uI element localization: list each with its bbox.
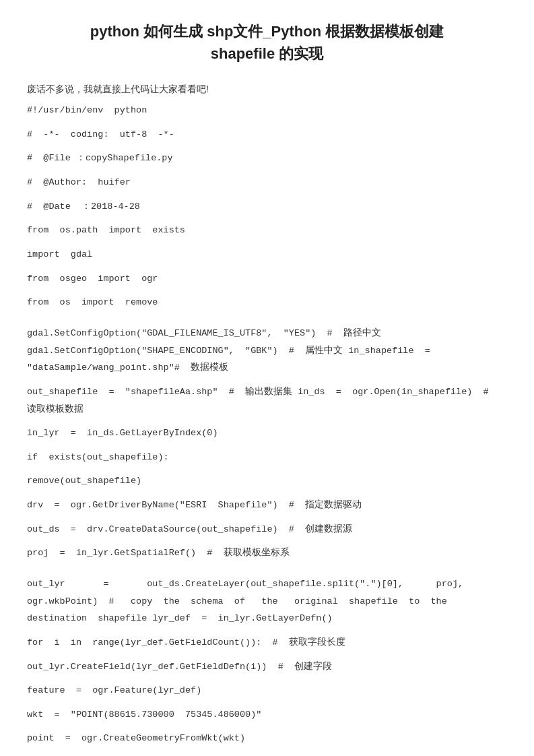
code-blank-line [27,239,507,246]
code-blank-line [27,191,507,198]
code-blank-line [27,699,507,706]
code-blank-line [27,318,507,325]
code-line: # @Date ：2018-4-28 [27,198,507,216]
code-blank-line [27,627,507,634]
code-line: out_lyr.CreateField(lyr_def.GetFieldDefn… [27,658,507,676]
code-line: out_shapefile = "shapefileAa.shp" # 输出数据… [27,383,507,418]
code-line: if exists(out_shapefile): [27,449,507,466]
code-blank-line [27,562,507,569]
code-blank-line [27,538,507,544]
code-blank-line [27,418,507,424]
code-line: # @Author: huifer [27,174,507,191]
page-title: python 如何生成 shp文件_Python 根据数据模板创建 shapef… [27,20,507,65]
code-blank-line [27,311,507,318]
code-line: for i in range(lyr_def.GetFieldCount()):… [27,634,507,652]
code-blank-line [27,490,507,497]
code-blank-line [27,377,507,383]
code-line: # @File ：copyShapefile.py [27,150,507,167]
code-line: drv = ogr.GetDriverByName("ESRI Shapefil… [27,497,507,514]
code-blank-line [27,723,507,730]
code-line: point = ogr.CreateGeometryFromWkt(wkt) [27,730,507,747]
page-container: python 如何生成 shp文件_Python 根据数据模板创建 shapef… [27,20,507,756]
code-line: import gdal [27,246,507,263]
code-blank-line [27,215,507,222]
code-line: from os.path import exists [27,222,507,239]
code-blank-line [27,569,507,575]
code-line: #!/usr/bin/env python [27,102,507,119]
code-blank-line [27,287,507,294]
code-line: gdal.SetConfigOption("GDAL_FILENAME_IS_U… [27,325,507,377]
code-blank-line [27,466,507,472]
code-line: proj = in_lyr.GetSpatialRef() # 获取模板坐标系 [27,544,507,562]
code-blank-line [27,514,507,521]
code-line: wkt = "POINT(88615.730000 75345.486000)" [27,706,507,724]
code-blank-line [27,652,507,658]
intro-text: 废话不多说，我就直接上代码让大家看看吧! [27,81,507,98]
code-block: #!/usr/bin/env python# -*- coding: utf-8… [27,102,507,756]
code-blank-line [27,119,507,126]
code-line: out_lyr = out_ds.CreateLayer(out_shapefi… [27,575,507,627]
content-area: 废话不多说，我就直接上代码让大家看看吧! #!/usr/bin/env pyth… [27,81,507,756]
code-line: remove(out_shapefile) [27,472,507,490]
code-blank-line [27,143,507,150]
code-blank-line [27,747,507,754]
code-line: out_ds = drv.CreateDataSource(out_shapef… [27,521,507,538]
code-line: from osgeo import ogr [27,270,507,288]
code-blank-line [27,263,507,270]
code-blank-line [27,442,507,449]
code-line: # -*- coding: utf-8 -*- [27,126,507,144]
code-line: in_lyr = in_ds.GetLayerByIndex(0) [27,424,507,442]
code-line: from os import remove [27,294,507,311]
code-line: feature = ogr.Feature(lyr_def) [27,682,507,699]
code-blank-line [27,167,507,174]
code-blank-line [27,675,507,682]
